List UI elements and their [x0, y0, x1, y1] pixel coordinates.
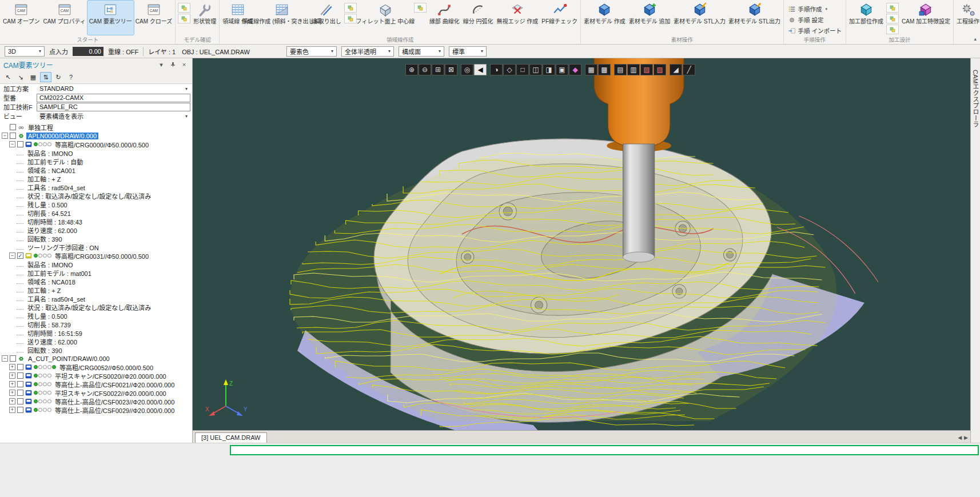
tree-checkbox[interactable]: ✓: [17, 252, 23, 259]
mini-button[interactable]: [886, 25, 899, 34]
screen-layout-icon[interactable]: ▤: [614, 64, 627, 75]
prompt-input-box[interactable]: [230, 445, 979, 455]
ribbon-button[interactable]: CAM 加工特徴設定: [900, 1, 952, 35]
zoom-window-icon[interactable]: ⊞: [432, 64, 444, 75]
tree-detail-row[interactable]: 工具名 : rad50r4_set: [0, 183, 192, 191]
ribbon-button[interactable]: 素材モデル STL入力: [672, 1, 727, 35]
tree-detail-row[interactable]: 回転数 : 390: [0, 234, 192, 243]
tree-detail-row[interactable]: 送り速度 : 62.000: [0, 226, 192, 234]
ribbon-button[interactable]: CAMCAM オープン: [1, 1, 41, 35]
drawing-tab[interactable]: [3] UEL_CAM.DRAW: [195, 432, 267, 443]
tree-checkbox[interactable]: [10, 133, 16, 139]
expand-toggle[interactable]: +: [9, 390, 15, 396]
pan-icon[interactable]: ◎: [461, 64, 473, 75]
element-color-select[interactable]: 要素色 ▾: [286, 46, 337, 57]
view-iso-icon[interactable]: ◇: [503, 64, 516, 75]
transparency-select[interactable]: 全体半透明 ▾: [341, 46, 394, 57]
ribbon-button[interactable]: 加工部位作成: [847, 1, 885, 35]
help-icon[interactable]: ?: [65, 72, 77, 82]
ribbon-button[interactable]: 縁部 曲線化: [428, 1, 461, 35]
zoom-out-icon[interactable]: ⊖: [419, 64, 431, 75]
mini-button[interactable]: [414, 3, 427, 13]
tree-node-row[interactable]: +平坦スキャン/CFS0020//Φ20.000/0.000: [0, 371, 192, 380]
simulation-icon[interactable]: ▨: [654, 64, 666, 75]
expand-toggle[interactable]: +: [9, 407, 15, 413]
tab-scroll-left-icon[interactable]: ◀: [958, 435, 962, 440]
ribbon-button[interactable]: 無視エッジ 作成: [495, 1, 540, 35]
mini-button[interactable]: [178, 3, 190, 13]
tree-checkbox[interactable]: [17, 398, 23, 404]
tree-detail-row[interactable]: 切削長 : 64.521: [0, 209, 192, 217]
tree-node-row[interactable]: +平坦スキャン/CFS0022//Φ20.000/0.000: [0, 388, 192, 397]
tree-checkbox[interactable]: [17, 390, 23, 396]
refresh-icon[interactable]: ↻: [53, 72, 64, 82]
field-input[interactable]: SAMPLE_RC: [37, 103, 190, 111]
tree-checkbox[interactable]: [10, 355, 16, 362]
tree-detail-row[interactable]: 領域名 : NCA001: [0, 166, 192, 174]
measure-icon[interactable]: ◢: [670, 64, 682, 75]
tree-detail-row[interactable]: 残し量 : 0.500: [0, 311, 192, 320]
sketch-line-icon[interactable]: ╱: [683, 64, 695, 75]
mini-button[interactable]: [344, 14, 357, 23]
mini-button[interactable]: [178, 14, 190, 23]
ribbon-button[interactable]: 素材モデル 作成: [582, 1, 627, 35]
grid-icon[interactable]: ▦: [585, 64, 597, 75]
view-solid-icon[interactable]: ◆: [569, 64, 581, 75]
tree-detail-row[interactable]: 切削時間 : 18:48:43: [0, 217, 192, 226]
collapse-toggle[interactable]: −: [2, 133, 8, 139]
view-front-icon[interactable]: □: [516, 64, 529, 75]
ribbon-row-button[interactable]: 手順 インポート: [785, 26, 844, 35]
tree-checkbox[interactable]: [17, 381, 23, 387]
grid-view-icon[interactable]: ▦: [27, 72, 39, 82]
tree-checkbox[interactable]: [10, 124, 16, 130]
tree-detail-row[interactable]: 製品名 : IMONO: [0, 149, 192, 157]
view-previous-icon[interactable]: ◀: [474, 64, 487, 75]
tree-node-row[interactable]: +等高仕上-高品位/CSF0021//Φ20.000/0.000: [0, 380, 192, 388]
pick-range-icon[interactable]: ↘: [15, 72, 26, 82]
ribbon-button[interactable]: 領域線作成 (傾斜・突き出し編): [254, 1, 309, 35]
chevron-down-icon[interactable]: ▾: [157, 61, 166, 69]
tree-node-row[interactable]: −等高粗/CRG0000//Φ50.000/0.500: [0, 140, 192, 149]
collapse-toggle[interactable]: −: [2, 355, 8, 362]
ribbon-button[interactable]: 領域線 作成: [221, 1, 254, 35]
zoom-fit-icon[interactable]: ⊠: [445, 64, 457, 75]
tree-checkbox[interactable]: [17, 407, 23, 413]
tree-node-row[interactable]: −✓等高粗/CRG0031//Φ50.000/0.500: [0, 251, 192, 260]
ribbon-button[interactable]: CAMCAM クローズ: [134, 1, 174, 35]
screen-layout2-icon[interactable]: ▥: [627, 64, 640, 75]
field-combo[interactable]: STANDARD▾: [37, 85, 190, 93]
ribbon-button[interactable]: 形状管理: [192, 1, 218, 35]
collapse-toggle[interactable]: −: [9, 141, 15, 147]
expand-toggle[interactable]: +: [9, 364, 15, 370]
tree-detail-row[interactable]: 状況 : 取込済み/設定なし/設定なし/取込済み: [0, 191, 192, 200]
tree-detail-row[interactable]: 領域名 : NCA018: [0, 277, 192, 286]
standard-select[interactable]: 標準 ▾: [449, 46, 487, 57]
tree-node-row[interactable]: +等高仕上-高品位/CSF0023//Φ20.000/0.000: [0, 397, 192, 406]
tree-node-row[interactable]: −APLN0000/DRAW/0.000: [0, 131, 192, 140]
tree-node-row[interactable]: 単独工程: [0, 123, 192, 131]
ribbon-button[interactable]: 工程操作: [955, 1, 980, 35]
tree-checkbox[interactable]: [17, 372, 23, 379]
ribbon-button[interactable]: CAMCAM プロパティ: [41, 1, 87, 35]
pick-icon[interactable]: ↖: [2, 72, 14, 82]
ribbon-button[interactable]: 線分 円弧化: [461, 1, 495, 35]
3d-viewport[interactable]: ⊕⊖⊞⊠◎◀◑◇□◫◨▣◆▦▩▤▥▧▨◢╱ Z X Y: [193, 58, 970, 430]
view-top-icon[interactable]: ◫: [529, 64, 542, 75]
surface-select[interactable]: 構成面 ▾: [399, 46, 444, 57]
collapse-toggle[interactable]: −: [9, 252, 15, 259]
mini-button[interactable]: [886, 3, 899, 13]
ribbon-row-button[interactable]: 手順作成▾: [785, 4, 844, 14]
tree-detail-row[interactable]: 送り速度 : 62.000: [0, 337, 192, 346]
ribbon-button[interactable]: CAM 要素ツリー: [87, 1, 134, 35]
tree-checkbox[interactable]: [17, 364, 23, 370]
dimension-mode-select[interactable]: 3D ▾: [5, 46, 45, 57]
ribbon-row-button[interactable]: 手順 設定: [785, 15, 844, 25]
tree-detail-row[interactable]: 製品名 : IMONO: [0, 260, 192, 268]
ribbon-button[interactable]: 素材モデル 追加: [627, 1, 672, 35]
pin-icon[interactable]: [168, 61, 177, 69]
tree-node-row[interactable]: +等高粗/CRG0052//Φ50.000/0.500: [0, 363, 192, 371]
point-input-field[interactable]: 0.00: [73, 47, 103, 56]
tab-scroll-right-icon[interactable]: ▶: [964, 435, 968, 440]
tree-detail-row[interactable]: 切削時間 : 16:51:59: [0, 328, 192, 337]
tree-node-row[interactable]: −A_CUT_POINT/DRAW/0.000: [0, 354, 192, 363]
